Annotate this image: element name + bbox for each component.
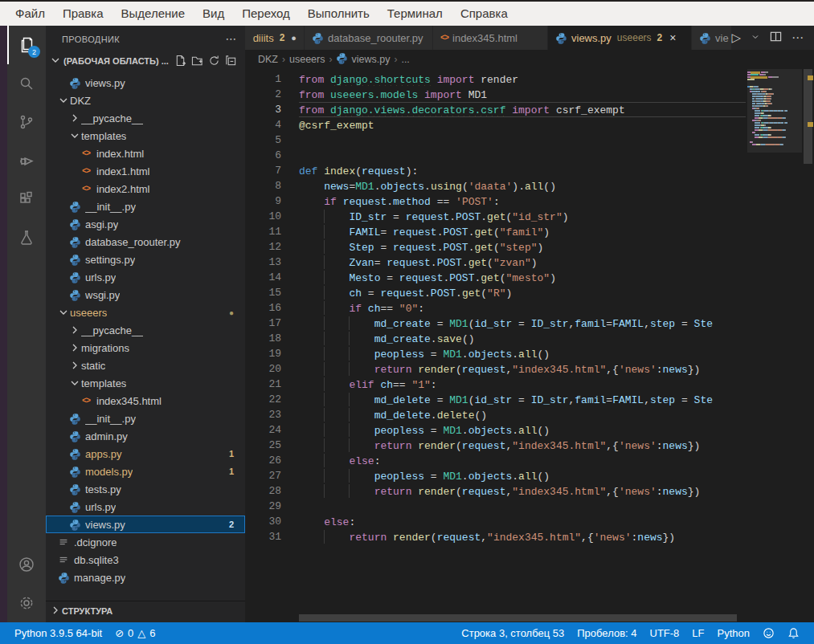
code-line-31[interactable]: 31 return render(request,"index345.html"… — [245, 529, 746, 544]
tree-file-index2.html[interactable]: <>index2.html — [46, 180, 245, 198]
code-line-12[interactable]: 12 Step = request.POST.get("step") — [245, 239, 746, 255]
breadcrumb-item-...[interactable]: ... — [401, 54, 409, 65]
breadcrumb-item-views.py[interactable]: views.py — [336, 52, 390, 67]
tree-folder-static[interactable]: static — [46, 357, 245, 374]
line-number[interactable]: 26 — [245, 453, 281, 468]
minimap[interactable] — [747, 71, 802, 146]
code-line-13[interactable]: 13 Zvan= request.POST.get("zvan") — [245, 255, 746, 270]
workspace-section-header[interactable]: (РАБОЧАЯ ОБЛАСТЬ) ... — [46, 51, 245, 71]
extensions-icon[interactable] — [7, 180, 46, 218]
tree-folder-__pycache__[interactable]: __pycache__ — [46, 321, 245, 339]
line-number[interactable]: 30 — [245, 514, 281, 529]
tree-file-index.html[interactable]: <>index.html — [46, 145, 245, 162]
code-line-24[interactable]: 24 peopless = MD1.objects.all() — [245, 422, 746, 438]
code-line-18[interactable]: 18 md_create.save() — [245, 331, 746, 346]
collapse-folders-icon[interactable] — [225, 55, 237, 68]
vertical-scrollbar-thumb[interactable] — [804, 69, 812, 164]
code-line-9[interactable]: 9 if request.method == 'POST': — [245, 194, 746, 209]
line-number[interactable]: 15 — [245, 285, 281, 300]
tree-folder-__pycache__[interactable]: __pycache__ — [46, 109, 245, 127]
line-number[interactable]: 19 — [245, 346, 281, 361]
tree-file-views.py[interactable]: views.py2 — [46, 516, 245, 533]
code-line-14[interactable]: 14 Mesto = request.POST.get("mesto") — [245, 270, 746, 285]
code-line-15[interactable]: 15 ch = request.POST.get("R") — [245, 285, 746, 300]
code-line-11[interactable]: 11 FAMIL= request.POST.get("famil") — [245, 224, 746, 239]
menu-item-Терминал[interactable]: Терминал — [378, 2, 452, 26]
line-number[interactable]: 14 — [245, 270, 281, 285]
horizontal-scrollbar-thumb[interactable] — [299, 614, 737, 622]
code-line-5[interactable]: 5 — [245, 132, 746, 148]
line-number[interactable]: 21 — [245, 377, 281, 392]
new-folder-icon[interactable] — [191, 55, 203, 68]
code-line-3[interactable]: 3from django.views.decorators.csrf impor… — [245, 102, 746, 117]
line-number[interactable]: 5 — [245, 132, 281, 148]
code-line-4[interactable]: 4@csrf_exempt — [245, 117, 746, 132]
problems-status[interactable]: ⊘ 0 △ 6 — [108, 622, 162, 644]
code-line-19[interactable]: 19 peopless = MD1.objects.all() — [245, 346, 746, 361]
line-number[interactable]: 3 — [245, 102, 281, 117]
line-number[interactable]: 22 — [245, 392, 281, 407]
feedback-icon[interactable] — [756, 622, 781, 644]
code-line-20[interactable]: 20 return render(request,"index345.html"… — [245, 361, 746, 377]
code-line-16[interactable]: 16 if ch== "0": — [245, 300, 746, 316]
line-number[interactable]: 17 — [245, 316, 281, 331]
tree-file-manage.py[interactable]: manage.py — [46, 569, 245, 586]
notifications-bell-icon[interactable] — [781, 622, 806, 644]
tree-file-database_roouter.py[interactable]: database_roouter.py — [46, 233, 245, 251]
menu-item-Переход[interactable]: Переход — [233, 2, 299, 26]
line-number[interactable]: 6 — [245, 148, 281, 163]
line-number[interactable]: 1 — [245, 71, 281, 87]
code-line-28[interactable]: 28 return render(request,"index345.html"… — [245, 483, 746, 499]
new-file-icon[interactable] — [174, 55, 186, 68]
code-line-2[interactable]: 2from useeers.models import MD1 — [245, 87, 746, 102]
tree-file-index1.html[interactable]: <>index1.html — [46, 162, 245, 180]
explorer-more-icon[interactable]: ⋯ — [226, 35, 237, 43]
tree-file-apps.py[interactable]: apps.py1 — [46, 445, 245, 463]
cursor-position-status[interactable]: Строка 3, столбец 53 — [455, 622, 571, 644]
tree-file-urls.py[interactable]: urls.py — [46, 268, 245, 286]
menu-item-Правка[interactable]: Правка — [54, 2, 112, 26]
account-icon[interactable] — [7, 545, 46, 584]
indentation-status[interactable]: Пробелов: 4 — [571, 622, 643, 644]
code-line-29[interactable]: 29 — [245, 499, 746, 514]
tab-views.py[interactable]: views.pyuseeers2× — [548, 26, 692, 50]
line-number[interactable]: 11 — [245, 224, 281, 239]
settings-gear-icon[interactable] — [7, 584, 46, 622]
run-debug-icon[interactable] — [7, 141, 46, 180]
tree-folder-templates[interactable]: templates — [46, 374, 245, 392]
eol-status[interactable]: LF — [685, 622, 710, 644]
tree-folder-DKZ[interactable]: DKZ — [46, 92, 245, 109]
tree-file-tests.py[interactable]: tests.py — [46, 480, 245, 498]
explorer-icon[interactable]: 2 — [7, 26, 46, 64]
code-line-8[interactable]: 8 news=MD1.objects.using('daata').all() — [245, 178, 746, 194]
encoding-status[interactable]: UTF-8 — [644, 622, 686, 644]
tab-index345.html[interactable]: <>index345.html — [433, 26, 548, 50]
code-line-26[interactable]: 26 else: — [245, 453, 746, 468]
tree-file-db.sqlite3[interactable]: db.sqlite3 — [46, 551, 245, 569]
code-line-22[interactable]: 22 md_delete = MD1(id_str = ID_str,famil… — [245, 392, 746, 407]
tree-file-settings.py[interactable]: settings.py — [46, 251, 245, 268]
tree-file-admin.py[interactable]: admin.py — [46, 427, 245, 445]
line-number[interactable]: 2 — [245, 87, 281, 102]
breadcrumb-item-DKZ[interactable]: DKZ — [258, 54, 278, 65]
horizontal-scrollbar[interactable] — [245, 613, 802, 622]
tab-database_roouter.py[interactable]: database_roouter.py — [305, 26, 433, 50]
line-number[interactable]: 4 — [245, 117, 281, 132]
line-number[interactable]: 20 — [245, 361, 281, 377]
code-editor[interactable]: 1from django.shortcuts import render2fro… — [245, 69, 814, 622]
breadcrumb-item-useeers[interactable]: useeers — [289, 54, 325, 65]
more-actions-icon[interactable]: ⋯ — [792, 31, 804, 45]
menu-item-Выполнить[interactable]: Выполнить — [299, 2, 378, 26]
menu-item-Справка[interactable]: Справка — [452, 2, 517, 26]
tree-file-urls.py[interactable]: urls.py — [46, 498, 245, 516]
code-line-23[interactable]: 23 md_delete.delete() — [245, 407, 746, 422]
line-number[interactable]: 25 — [245, 438, 281, 453]
line-number[interactable]: 18 — [245, 331, 281, 346]
line-number[interactable]: 23 — [245, 407, 281, 422]
code-line-7[interactable]: 7def index(request): — [245, 163, 746, 178]
line-number[interactable]: 10 — [245, 209, 281, 224]
python-interpreter-status[interactable]: Python 3.9.5 64-bit — [8, 622, 108, 644]
line-number[interactable]: 28 — [245, 483, 281, 499]
tree-file-views.py[interactable]: views.py — [46, 74, 245, 92]
tree-file-__init__.py[interactable]: __init__.py — [46, 198, 245, 215]
